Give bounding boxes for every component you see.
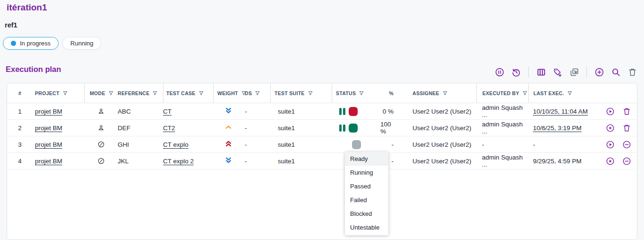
row-index: 1: [7, 103, 33, 119]
table-row: 4 projet BM JKL CT explo 2 - suite1 - Us…: [7, 153, 637, 169]
header-mode[interactable]: MODE: [84, 83, 118, 103]
filter-icon[interactable]: [567, 90, 573, 96]
play-icon[interactable]: [606, 140, 615, 149]
progress-cell: 0 %: [380, 103, 403, 119]
reference-cell: GHI: [118, 136, 163, 152]
toolbar-divider: [528, 66, 529, 78]
status-ready-icon[interactable]: [352, 140, 361, 149]
status-selector[interactable]: [339, 140, 361, 149]
row-index: 4: [7, 153, 33, 169]
delete-row-icon[interactable]: [622, 107, 631, 116]
header-pct[interactable]: %: [380, 83, 403, 103]
dataset-cell: -: [243, 153, 270, 169]
row-index: 3: [7, 136, 33, 152]
last-exec-cell: 9/29/25, 4:59 PM: [528, 153, 592, 169]
executed-by-cell: admin Squash ...: [476, 120, 528, 136]
dataset-cell: -: [243, 120, 270, 136]
test-case-link[interactable]: CT explo: [163, 141, 189, 148]
filter-icon[interactable]: [522, 90, 528, 96]
assignee-cell: User2 User2 (User2): [403, 136, 476, 152]
pause-icon[interactable]: [494, 67, 505, 77]
filter-icon[interactable]: [62, 90, 68, 96]
row-index: 2: [7, 120, 33, 136]
manual-mode-icon: [97, 107, 105, 115]
menu-item-ready[interactable]: Ready: [345, 152, 388, 166]
play-icon[interactable]: [606, 157, 615, 166]
execution-plan-toolbar: [494, 66, 637, 78]
menu-item-untestable[interactable]: Untestable: [345, 221, 388, 234]
add-icon[interactable]: [594, 67, 604, 77]
test-case-link[interactable]: CT explo 2: [163, 158, 194, 165]
badge-running[interactable]: Running: [62, 37, 101, 50]
search-icon[interactable]: [610, 67, 621, 77]
weight-medium-icon: [224, 123, 232, 133]
project-link[interactable]: projet BM: [35, 124, 62, 132]
header-assignee[interactable]: ASSIGNEE: [403, 83, 476, 103]
header-executed-by[interactable]: EXECUTED BY: [476, 83, 528, 103]
menu-item-running[interactable]: Running: [345, 166, 388, 179]
project-link[interactable]: projet BM: [35, 108, 62, 115]
execution-plan-title: Execution plan: [6, 65, 61, 74]
menu-item-passed[interactable]: Passed: [345, 179, 388, 193]
blue-dot-icon: [11, 41, 16, 46]
reference-cell: JKL: [118, 153, 163, 169]
header-test-case[interactable]: TEST CASE: [163, 83, 213, 103]
table-row: 1 projet BM ABC CT - suite1 0 % User2 Us…: [7, 103, 637, 120]
executed-by-cell: -: [476, 136, 528, 152]
running-bars-icon: [339, 124, 342, 132]
filter-icon[interactable]: [255, 90, 260, 96]
running-bars-icon: [343, 108, 345, 115]
progress-cell: 100 %: [380, 120, 403, 136]
dataset-cell: -: [243, 136, 270, 152]
running-bars-icon: [343, 124, 345, 132]
execution-plan-table: # PROJECT MODE REFERENCE TEST CASE WEIGH…: [7, 83, 637, 240]
exploratory-mode-icon: [97, 141, 105, 148]
filter-icon[interactable]: [308, 90, 313, 96]
exploratory-mode-icon: [97, 157, 105, 165]
status-passed-icon[interactable]: [349, 124, 358, 133]
header-last-exec[interactable]: LAST EXEC.: [528, 83, 592, 103]
last-exec-link[interactable]: 10/6/25, 3:19 PM: [533, 124, 582, 132]
header-num[interactable]: #: [7, 83, 33, 103]
filter-icon[interactable]: [198, 90, 204, 96]
header-weight[interactable]: WEIGHT: [213, 83, 243, 103]
test-case-link[interactable]: CT2: [163, 124, 175, 132]
delete-row-icon[interactable]: [622, 124, 631, 133]
delete-icon[interactable]: [627, 67, 637, 77]
copy-executions-icon[interactable]: [569, 67, 579, 77]
project-link[interactable]: projet BM: [35, 141, 62, 148]
header-ds[interactable]: DS: [243, 83, 270, 103]
header-project[interactable]: PROJECT: [33, 83, 84, 103]
test-suite-cell: suite1: [270, 120, 332, 136]
badge-in-progress[interactable]: In progress: [3, 37, 59, 50]
filter-icon[interactable]: [442, 90, 448, 96]
remove-row-icon[interactable]: [622, 157, 631, 166]
header-status[interactable]: STATUS: [332, 83, 380, 103]
iteration-page: itération1 ref1 In progress Running Exec…: [0, 0, 644, 240]
remove-row-icon[interactable]: [622, 140, 631, 149]
table-row: 2 projet BM DEF CT2 - suite1 100 % User2…: [7, 120, 637, 136]
play-icon[interactable]: [606, 124, 615, 133]
filter-icon[interactable]: [359, 90, 364, 96]
header-reference[interactable]: REFERENCE: [118, 83, 163, 103]
play-icon[interactable]: [606, 107, 615, 116]
last-exec-cell: -: [528, 136, 592, 152]
history-icon[interactable]: [511, 67, 521, 77]
badge-label: In progress: [20, 40, 51, 47]
header-test-suite[interactable]: TEST SUITE: [270, 83, 332, 103]
filter-icon[interactable]: [108, 90, 114, 96]
menu-item-blocked[interactable]: Blocked: [345, 207, 388, 221]
status-failed-icon[interactable]: [349, 107, 358, 116]
page-title: itération1: [7, 2, 47, 13]
last-exec-link[interactable]: 10/10/25, 11:04 AM: [533, 108, 588, 115]
tag-add-icon[interactable]: [552, 67, 563, 77]
project-link[interactable]: projet BM: [35, 158, 62, 165]
test-case-link[interactable]: CT: [163, 108, 172, 115]
status-selector[interactable]: [339, 107, 358, 116]
status-dropdown-menu: Ready Running Passed Failed Blocked Unte…: [345, 152, 388, 235]
executed-by-cell: admin Squash ...: [476, 153, 528, 169]
columns-icon[interactable]: [536, 67, 546, 77]
filter-icon[interactable]: [152, 90, 158, 96]
menu-item-failed[interactable]: Failed: [345, 193, 388, 207]
status-selector[interactable]: [339, 124, 358, 133]
